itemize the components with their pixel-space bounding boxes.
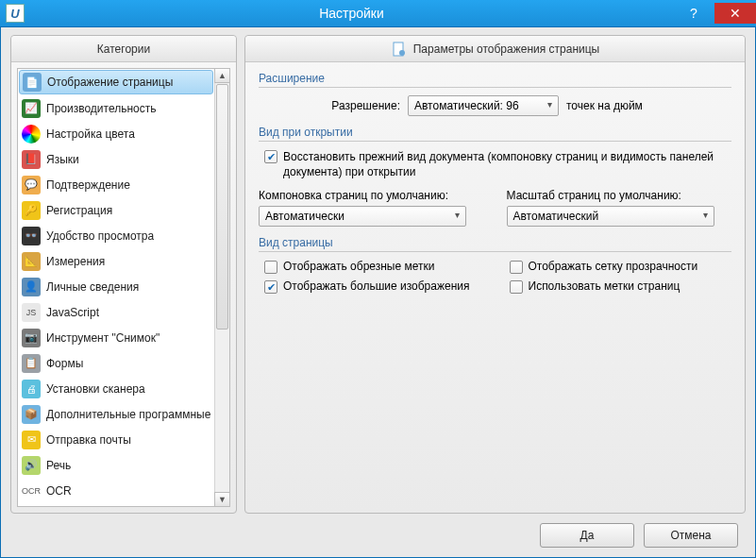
resolution-label: Разрешение: xyxy=(315,99,400,112)
scanner-icon: 🖨 xyxy=(22,380,41,398)
checkbox-icon xyxy=(510,261,523,274)
category-item[interactable]: 📐Измерения xyxy=(18,248,214,274)
color-icon xyxy=(22,125,41,144)
zoom-label: Масштаб страниц по умолчанию: xyxy=(507,189,732,202)
forms-icon: 📋 xyxy=(22,354,41,373)
help-button[interactable]: ? xyxy=(673,3,714,24)
category-label: Производительность xyxy=(46,102,156,115)
category-label: Дополнительные программные модули xyxy=(46,408,210,421)
category-item[interactable]: 🔊Речь xyxy=(18,452,214,478)
dialog-frame: Категории 📄Отображение страницы📈Производ… xyxy=(0,26,756,558)
plugins-icon: 📦 xyxy=(22,405,41,424)
category-item[interactable]: 🔑Регистрация xyxy=(18,197,214,223)
category-item[interactable]: JSJavaScript xyxy=(18,299,214,325)
category-label: Отправка почты xyxy=(46,433,131,447)
category-item[interactable]: 👤Личные сведения xyxy=(18,274,214,299)
category-label: Установки сканера xyxy=(46,382,145,396)
ocr-icon: OCR xyxy=(22,482,41,500)
group-title: Расширение xyxy=(259,72,731,85)
category-item[interactable]: Настройка цвета xyxy=(18,121,214,146)
titlebar: U Настройки ? ✕ xyxy=(0,0,756,26)
categories-scrollbar[interactable]: ▲ ▼ xyxy=(214,69,229,506)
group-title: Вид страницы xyxy=(259,236,731,249)
settings-panel: Параметры отображения страницы Расширени… xyxy=(244,35,746,514)
category-label: Удобство просмотра xyxy=(46,229,154,243)
category-label: Речь xyxy=(46,459,71,472)
snapshot-icon: 📷 xyxy=(22,329,41,347)
checkbox-icon xyxy=(510,280,523,294)
category-label: OCR xyxy=(46,484,72,498)
category-item[interactable]: 🖨Установки сканера xyxy=(18,376,214,401)
scroll-down-icon[interactable]: ▼ xyxy=(214,492,230,507)
category-item[interactable]: 💬Подтверждение xyxy=(18,172,214,197)
category-item[interactable]: 📄Отображение страницы xyxy=(19,70,213,94)
settings-header: Параметры отображения страницы xyxy=(245,36,745,62)
window-title: Настройки xyxy=(30,6,673,21)
speech-icon: 🔊 xyxy=(22,456,41,475)
category-label: Инструмент "Снимок" xyxy=(46,331,160,345)
confirm-icon: 💬 xyxy=(22,176,41,194)
category-item[interactable]: 📈Производительность xyxy=(18,95,214,121)
scroll-thumb[interactable] xyxy=(216,84,228,330)
mail-icon: ✉ xyxy=(22,431,41,449)
layout-select[interactable]: Автоматически xyxy=(259,206,466,227)
restore-view-checkbox[interactable]: Восстановить прежний вид документа (комп… xyxy=(264,149,731,179)
reg-icon: 🔑 xyxy=(22,201,41,220)
lang-icon: 📕 xyxy=(22,150,41,169)
category-label: Регистрация xyxy=(46,204,112,217)
checkbox-icon xyxy=(264,280,277,294)
category-label: Языки xyxy=(46,153,79,166)
identity-icon: 👤 xyxy=(22,278,41,296)
zoom-select[interactable]: Автоматический xyxy=(507,206,714,227)
perf-icon: 📈 xyxy=(22,99,41,118)
category-item[interactable]: 📦Дополнительные программные модули xyxy=(18,401,214,427)
close-button[interactable]: ✕ xyxy=(714,3,756,24)
group-pageview: Вид страницы Отображать обрезные метки О… xyxy=(259,236,731,294)
cancel-button[interactable]: Отмена xyxy=(644,523,738,548)
categories-panel: Категории 📄Отображение страницы📈Производ… xyxy=(10,35,237,514)
resolution-select[interactable]: Автоматический: 96 xyxy=(408,95,559,116)
app-icon: U xyxy=(6,4,25,23)
category-item[interactable]: 📷Инструмент "Снимок" xyxy=(18,325,214,350)
category-item[interactable]: 📕Языки xyxy=(18,146,214,172)
group-onopen: Вид при открытии Восстановить прежний ви… xyxy=(259,126,731,227)
category-item[interactable]: OCROCR xyxy=(18,478,214,503)
measure-icon: 📐 xyxy=(22,252,41,271)
group-resolution: Расширение Разрешение: Автоматический: 9… xyxy=(259,72,731,116)
page-labels-checkbox[interactable]: Использовать метки страниц xyxy=(510,279,732,294)
category-label: Измерения xyxy=(46,255,105,268)
category-item[interactable]: 📋Формы xyxy=(18,350,214,376)
category-item[interactable]: 👓Удобство просмотра xyxy=(18,223,214,248)
category-label: Личные сведения xyxy=(46,280,139,294)
category-label: Настройка цвета xyxy=(46,127,135,141)
page-icon: 📄 xyxy=(23,73,42,92)
layout-label: Компоновка страниц по умолчанию: xyxy=(259,189,484,202)
category-label: JavaScript xyxy=(46,306,99,319)
categories-header: Категории xyxy=(11,36,236,62)
ok-button[interactable]: Да xyxy=(540,523,634,548)
svg-point-1 xyxy=(399,50,405,56)
scroll-up-icon[interactable]: ▲ xyxy=(214,68,230,83)
checkbox-icon xyxy=(264,150,277,163)
crop-marks-checkbox[interactable]: Отображать обрезные метки xyxy=(264,260,487,274)
glasses-icon: 👓 xyxy=(22,227,41,245)
group-title: Вид при открытии xyxy=(259,126,731,139)
checkbox-icon xyxy=(264,261,277,274)
dialog-buttons: Да Отмена xyxy=(540,523,738,548)
category-label: Отображение страницы xyxy=(47,76,173,89)
category-label: Подтверждение xyxy=(46,178,130,192)
page-icon xyxy=(391,41,408,58)
category-label: Формы xyxy=(46,357,83,370)
transparency-grid-checkbox[interactable]: Отображать сетку прозрачности xyxy=(510,260,732,274)
categories-list: 📄Отображение страницы📈Производительность… xyxy=(17,68,230,507)
resolution-unit: точек на дюйм xyxy=(566,99,643,112)
js-icon: JS xyxy=(22,303,41,322)
category-item[interactable]: ✉Отправка почты xyxy=(18,427,214,452)
large-images-checkbox[interactable]: Отображать большие изображения xyxy=(264,279,487,294)
